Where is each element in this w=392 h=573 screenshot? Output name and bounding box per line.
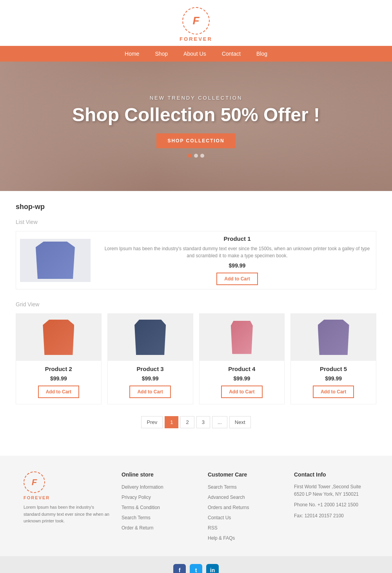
nav-shop[interactable]: Shop xyxy=(155,51,168,57)
social-icons: f t in xyxy=(173,564,219,573)
orange-jacket-icon xyxy=(43,320,74,355)
contact-info-heading: Contact Info xyxy=(294,471,368,478)
grid-product-price-3: $99.99 xyxy=(200,375,285,382)
hero-title: Shop Collection 50% Offer ! xyxy=(72,104,320,126)
grid-item-1: Product 2 $99.99 Add to Cart xyxy=(16,313,102,404)
footer-terms-condition[interactable]: Terms & Condition xyxy=(122,505,160,510)
page-3-button[interactable]: 3 xyxy=(196,416,210,428)
footer-orders-returns[interactable]: Orders and Returns xyxy=(208,505,249,510)
nav-home[interactable]: Home xyxy=(125,51,139,57)
grid-product-price-1: $99.99 xyxy=(16,375,101,382)
grid-product-image-3 xyxy=(200,314,285,361)
page-1-button[interactable]: 1 xyxy=(165,416,178,428)
customer-care-heading: Customer Care xyxy=(208,471,282,478)
shop-section: shop-wp List View Product 1 Lorem Ipsum … xyxy=(0,191,392,456)
grid-product-name-4: Product 5 xyxy=(291,366,376,372)
logo-letter: F xyxy=(192,15,199,27)
list-add-to-cart-button[interactable]: Add to Cart xyxy=(216,273,258,285)
list-item: Product 1 Lorem Ipsum has been the indus… xyxy=(16,231,376,289)
footer: F FOREVER Lorem Ipsum has been the indus… xyxy=(0,456,392,573)
header: F FOREVER xyxy=(0,0,392,46)
hero-dots xyxy=(72,154,320,158)
shop-collection-button[interactable]: SHOP COLLECTION xyxy=(156,133,235,148)
grid-product-price-4: $99.99 xyxy=(291,375,376,382)
footer-bottom: f t in WordPress Theme Designed With Tem… xyxy=(0,556,392,573)
hero-subtitle: NEW TRENDY COLLECTION xyxy=(72,95,320,101)
grid-product-name-3: Product 4 xyxy=(200,366,285,372)
footer-search-terms[interactable]: Search Terms xyxy=(122,515,151,520)
footer-delivery-info[interactable]: Delivery Information xyxy=(122,484,163,490)
footer-privacy-policy[interactable]: Privacy Policy xyxy=(122,495,151,500)
list-product-price: $99.99 xyxy=(102,262,372,269)
grid-item-2: Product 3 $99.99 Add to Cart xyxy=(107,313,193,404)
grid-view: Product 2 $99.99 Add to Cart Product 3 $… xyxy=(16,313,376,404)
footer-online-store-col: Online store Delivery Information Privac… xyxy=(122,471,196,544)
pagination: Prev 1 2 3 ... Next xyxy=(16,416,376,428)
footer-logo: F xyxy=(24,471,45,493)
grid-product-name-1: Product 2 xyxy=(16,366,101,372)
grid-product-image-4 xyxy=(291,314,376,361)
footer-fax: Fax: 12014 20157 2100 xyxy=(294,512,368,520)
footer-logo-letter: F xyxy=(32,477,37,488)
jacket-icon xyxy=(36,242,75,279)
nav-about[interactable]: About Us xyxy=(183,51,206,57)
footer-address: First World Tower ,Second Suite 6520 LP … xyxy=(294,483,368,498)
nav-contact[interactable]: Contact xyxy=(222,51,241,57)
hero-content: NEW TRENDY COLLECTION Shop Collection 50… xyxy=(72,95,320,158)
main-nav: Home Shop About Us Contact Blog xyxy=(0,46,392,62)
footer-advanced-search[interactable]: Advanced Search xyxy=(208,495,245,500)
facebook-icon[interactable]: f xyxy=(173,564,186,573)
list-product-desc: Lorem Ipsum has been the industry's stan… xyxy=(102,245,372,259)
shop-title: shop-wp xyxy=(16,203,376,211)
grid-view-label: Grid View xyxy=(16,301,376,307)
next-page-button[interactable]: Next xyxy=(229,416,251,428)
grid-add-to-cart-1[interactable]: Add to Cart xyxy=(38,386,79,398)
footer-order-return[interactable]: Order & Return xyxy=(122,525,153,531)
footer-contact-col: Contact Info First World Tower ,Second S… xyxy=(294,471,368,544)
footer-phone: Phone No. +1 2000 1412 1500 xyxy=(294,501,368,509)
grid-product-price-2: $99.99 xyxy=(108,375,193,382)
list-product-name: Product 1 xyxy=(102,235,372,242)
grid-add-to-cart-2[interactable]: Add to Cart xyxy=(129,386,171,398)
grid-add-to-cart-3[interactable]: Add to Cart xyxy=(221,386,262,398)
footer-customer-care-col: Customer Care Search Terms Advanced Sear… xyxy=(208,471,282,544)
hero-dot-2[interactable] xyxy=(194,154,198,158)
purple-jacket-icon xyxy=(318,320,349,355)
footer-rss[interactable]: RSS xyxy=(208,525,218,531)
brand-name: FOREVER xyxy=(180,36,212,42)
pink-jacket-icon xyxy=(228,321,256,354)
footer-description: Lorem Ipsum has been the industry's stan… xyxy=(24,504,110,525)
footer-search-terms-cc[interactable]: Search Terms xyxy=(208,484,237,490)
footer-contact-us[interactable]: Contact Us xyxy=(208,515,231,520)
footer-help-faqs[interactable]: Help & FAQs xyxy=(208,535,235,541)
grid-product-name-2: Product 3 xyxy=(108,366,193,372)
nav-blog[interactable]: Blog xyxy=(256,51,267,57)
hero-section: NEW TRENDY COLLECTION Shop Collection 50… xyxy=(0,62,392,191)
page-ellipsis-button[interactable]: ... xyxy=(212,416,227,428)
twitter-icon[interactable]: t xyxy=(190,564,202,573)
online-store-heading: Online store xyxy=(122,471,196,478)
grid-product-image-1 xyxy=(16,314,101,361)
grid-product-image-2 xyxy=(108,314,193,361)
footer-brand-col: F FOREVER Lorem Ipsum has been the indus… xyxy=(24,471,110,544)
hero-dot-1[interactable] xyxy=(188,154,192,158)
grid-item-3: Product 4 $99.99 Add to Cart xyxy=(199,313,285,404)
list-product-image xyxy=(20,239,91,282)
hero-dot-3[interactable] xyxy=(200,154,204,158)
prev-page-button[interactable]: Prev xyxy=(141,416,163,428)
list-view-label: List View xyxy=(16,219,376,225)
page-2-button[interactable]: 2 xyxy=(180,416,194,428)
linkedin-icon[interactable]: in xyxy=(206,564,219,573)
footer-top: F FOREVER Lorem Ipsum has been the indus… xyxy=(24,471,368,556)
dark-jacket-icon xyxy=(134,320,166,355)
list-product-info: Product 1 Lorem Ipsum has been the indus… xyxy=(102,235,372,285)
logo-circle: F xyxy=(182,7,210,35)
grid-add-to-cart-4[interactable]: Add to Cart xyxy=(313,386,354,398)
footer-brand-name: FOREVER xyxy=(24,495,50,500)
grid-item-4: Product 5 $99.99 Add to Cart xyxy=(290,313,376,404)
